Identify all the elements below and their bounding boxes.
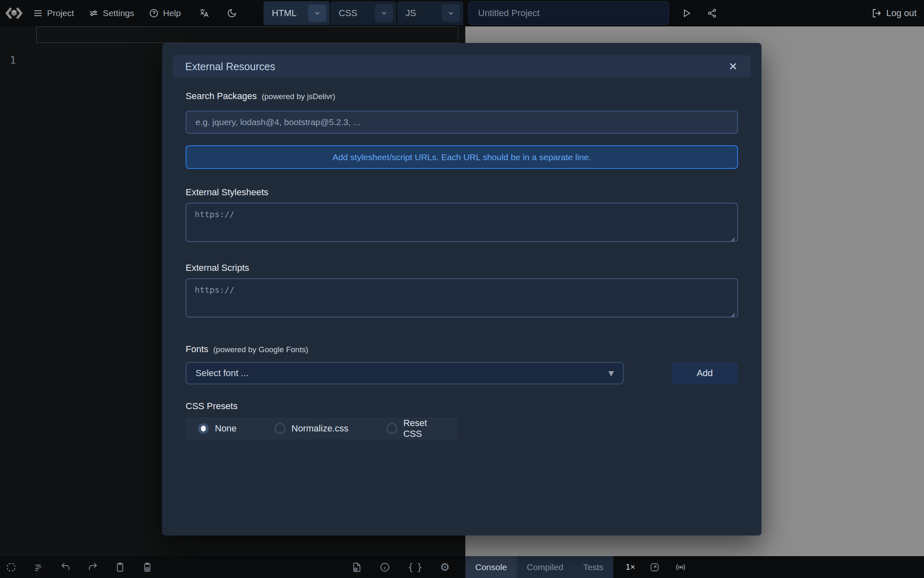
info-icon (380, 562, 390, 573)
tab-js[interactable]: JS (397, 1, 463, 25)
font-select-value: Select font ... (196, 368, 248, 379)
chevron-down-icon (314, 9, 321, 17)
preset-reset-label: Reset CSS (403, 418, 445, 439)
console-tab[interactable]: Console (465, 556, 517, 578)
css-presets-label: CSS Presets (186, 401, 238, 412)
external-link-icon (649, 562, 660, 573)
copy-snippet-button[interactable] (142, 562, 153, 573)
modal-close-button[interactable]: ✕ (725, 59, 741, 74)
translate-icon (199, 8, 210, 19)
selection-box-icon (6, 562, 16, 573)
bottom-toolbar: { } ⚙ Console Compiled Tests 1× (0, 556, 924, 578)
compiled-tab[interactable]: Compiled (517, 556, 573, 578)
radio-selected-icon (198, 423, 209, 434)
project-info-button[interactable] (380, 562, 390, 573)
tests-tab-label: Tests (583, 562, 603, 572)
tab-html-dropdown[interactable] (308, 5, 326, 22)
run-button[interactable] (676, 5, 696, 21)
preset-none-label: None (215, 423, 237, 434)
tab-html[interactable]: HTML (264, 1, 330, 25)
compiled-tab-label: Compiled (527, 562, 563, 572)
help-menu[interactable]: Help (143, 5, 186, 21)
css-presets-group: None Normalize.css Reset CSS (186, 417, 457, 440)
tab-js-dropdown[interactable] (442, 5, 460, 22)
preset-option-normalize[interactable]: Normalize.css (275, 423, 349, 434)
external-stylesheets-label: External Stylesheets (186, 187, 269, 198)
settings-menu[interactable]: Settings (83, 5, 140, 21)
preset-normalize-label: Normalize.css (292, 423, 349, 434)
preset-option-none[interactable]: None (198, 423, 237, 434)
project-menu-label: Project (47, 8, 74, 18)
external-resources-modal: External Resources ✕ Search Packages (po… (162, 43, 761, 535)
package-search-input[interactable] (186, 111, 738, 134)
add-font-button[interactable]: Add (672, 362, 738, 384)
share-icon (707, 8, 717, 18)
focus-mode-button[interactable] (6, 562, 16, 573)
redo-button[interactable] (87, 562, 98, 573)
select-arrow-icon: ▼ (608, 369, 614, 377)
copy-button[interactable] (115, 562, 125, 573)
radio-unselected-icon (275, 423, 285, 434)
external-stylesheets-textarea[interactable] (186, 203, 738, 242)
fonts-hint: (powered by Google Fonts) (213, 345, 308, 354)
external-scripts-label: External Scripts (186, 263, 249, 273)
clipboard-minus-icon (142, 562, 153, 573)
radio-unselected-icon (387, 423, 397, 434)
modal-header: External Resources ✕ (173, 55, 751, 78)
custom-settings-button[interactable] (351, 562, 362, 573)
project-menu[interactable]: Project (27, 5, 80, 21)
sliders-icon (89, 8, 99, 18)
settings-menu-label: Settings (103, 8, 134, 18)
tests-tab[interactable]: Tests (573, 556, 613, 578)
editor-settings-button[interactable]: { } (408, 562, 423, 573)
tab-css[interactable]: CSS (330, 1, 396, 25)
play-icon (681, 8, 691, 18)
preset-option-reset[interactable]: Reset CSS (387, 418, 445, 439)
current-line-highlight (36, 26, 458, 43)
gear-icon: ⚙ (440, 561, 450, 573)
app-settings-button[interactable]: ⚙ (440, 561, 450, 573)
tab-css-dropdown[interactable] (375, 5, 393, 22)
logout-icon (872, 8, 882, 18)
external-scripts-textarea[interactable] (186, 278, 738, 317)
broadcast-icon (675, 561, 686, 573)
open-in-new-window-button[interactable] (649, 562, 660, 573)
console-tab-label: Console (475, 562, 507, 572)
format-lines-icon (33, 562, 44, 573)
chevron-down-icon (380, 9, 388, 17)
search-packages-label: Search Packages (186, 91, 257, 102)
url-info-banner: Add stylesheet/script URLs. Each URL sho… (186, 145, 738, 169)
editor-language-tabs: HTML CSS JS (264, 1, 463, 25)
chevron-down-icon (447, 9, 455, 17)
dark-mode-toggle[interactable] (222, 5, 242, 21)
logout-label: Log out (886, 8, 917, 19)
fonts-label: Fonts (186, 344, 208, 355)
close-icon: ✕ (728, 60, 738, 73)
tab-css-label: CSS (339, 8, 357, 19)
undo-icon (60, 562, 71, 573)
logo-icon (5, 4, 24, 23)
redo-icon (87, 562, 98, 573)
undo-button[interactable] (60, 562, 71, 573)
font-select[interactable]: Select font ... ▼ (186, 362, 624, 384)
format-code-button[interactable] (33, 562, 44, 573)
tab-html-label: HTML (272, 8, 297, 19)
hamburger-icon (33, 8, 43, 18)
braces-icon: { } (408, 562, 423, 573)
moon-icon (227, 8, 237, 18)
top-toolbar: Project Settings Help (0, 0, 924, 26)
url-info-banner-text: Add stylesheet/script URLs. Each URL sho… (332, 152, 591, 162)
help-circle-icon (149, 8, 159, 18)
help-menu-label: Help (163, 8, 181, 18)
share-button[interactable] (702, 5, 722, 21)
add-font-button-label: Add (697, 368, 713, 378)
logout-button[interactable]: Log out (872, 8, 917, 19)
tab-js-label: JS (405, 8, 416, 19)
project-title-input[interactable] (469, 1, 669, 25)
app-logo[interactable] (4, 3, 24, 23)
modal-title: External Resources (185, 61, 275, 73)
line-number: 1 (10, 54, 16, 66)
language-button[interactable] (194, 5, 214, 22)
broadcast-button[interactable] (675, 561, 686, 573)
result-zoom-level[interactable]: 1× (626, 562, 635, 572)
